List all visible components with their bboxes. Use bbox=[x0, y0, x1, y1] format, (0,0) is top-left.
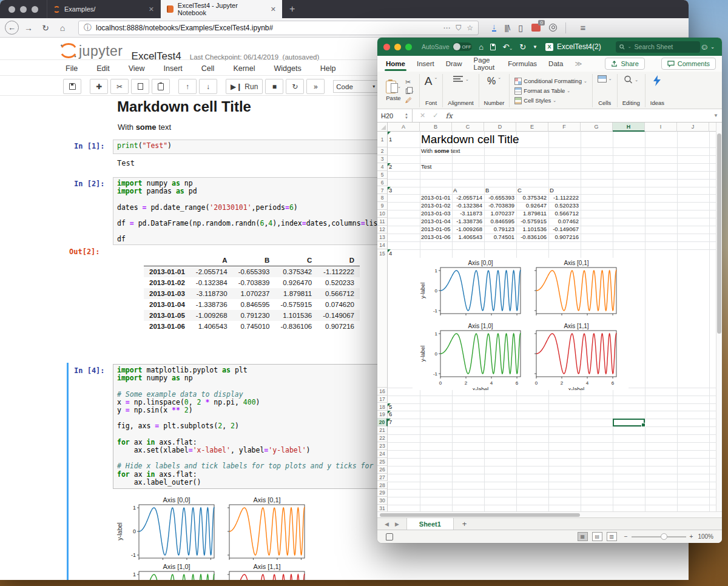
row-header-18[interactable]: 18 bbox=[377, 403, 388, 411]
sheet-tab-sheet1[interactable]: Sheet1 bbox=[406, 518, 454, 530]
cell-F7[interactable]: D bbox=[548, 187, 554, 195]
insert-function-icon[interactable]: fx bbox=[445, 112, 452, 120]
ribbon-tab-insert[interactable]: Insert bbox=[417, 60, 434, 67]
cell-F10[interactable]: 0.566712 bbox=[548, 210, 579, 218]
horizontal-scrollbar[interactable] bbox=[377, 511, 722, 517]
next-sheet-arrow[interactable]: ▶ bbox=[395, 521, 399, 527]
cell-E7[interactable]: C bbox=[516, 187, 522, 195]
run-button[interactable]: ▶❙ Run bbox=[226, 79, 263, 94]
row-header-13[interactable]: 13 bbox=[377, 234, 388, 241]
feedback-smiley-icon[interactable]: ☺⌄ bbox=[700, 42, 715, 52]
minimize-window-button[interactable] bbox=[20, 6, 27, 13]
cell-B9[interactable]: 2013-01-02 bbox=[420, 202, 450, 210]
row-header-23[interactable]: 23 bbox=[377, 442, 388, 450]
cell-D9[interactable]: -0.703839 bbox=[484, 202, 514, 210]
interrupt-kernel-button[interactable]: ■ bbox=[265, 79, 283, 94]
cell-C11[interactable]: -1.338736 bbox=[452, 218, 482, 226]
row-header-22[interactable]: 22 bbox=[377, 434, 388, 442]
zoom-slider-knob[interactable] bbox=[661, 533, 667, 540]
row-header-15[interactable]: 15 bbox=[377, 249, 388, 388]
undo-icon[interactable]: ↶⌄ bbox=[502, 42, 513, 52]
menu-widgets[interactable]: Widgets bbox=[274, 64, 302, 73]
new-tab-button[interactable]: + bbox=[282, 0, 302, 18]
restart-run-all-button[interactable]: » bbox=[306, 79, 325, 94]
column-header-I[interactable]: I bbox=[645, 123, 677, 132]
row-header-25[interactable]: 25 bbox=[377, 458, 388, 466]
cell-type-dropdown[interactable]: Code▾ bbox=[333, 80, 378, 93]
formula-bar-expand-icon[interactable]: ▼ bbox=[713, 113, 718, 118]
cell-D11[interactable]: 0.846595 bbox=[484, 218, 514, 226]
column-header-A[interactable]: A bbox=[388, 123, 420, 132]
format-as-table-button[interactable]: Format as Table⌄ bbox=[514, 87, 570, 95]
cell-styles-button[interactable]: Cell Styles⌄ bbox=[514, 97, 556, 104]
home-button[interactable]: ⌂ bbox=[54, 23, 71, 33]
add-sheet-button[interactable]: + bbox=[454, 518, 476, 530]
menu-file[interactable]: File bbox=[66, 64, 78, 73]
site-info-icon[interactable]: ⓘ bbox=[84, 22, 92, 33]
macro-record-icon[interactable] bbox=[386, 533, 393, 541]
customize-toolbar-icon[interactable]: ▼ bbox=[533, 44, 538, 50]
close-tab-icon[interactable]: ✕ bbox=[149, 5, 154, 13]
cell-C13[interactable]: 1.406543 bbox=[452, 234, 482, 241]
row-header-24[interactable]: 24 bbox=[377, 450, 388, 458]
menu-help[interactable]: Help bbox=[320, 64, 336, 73]
column-header-C[interactable]: C bbox=[452, 123, 484, 132]
page-layout-view-button[interactable]: ▤ bbox=[592, 532, 602, 541]
row-header-1[interactable]: 1 bbox=[377, 132, 388, 147]
row-header-12[interactable]: 12 bbox=[377, 226, 388, 234]
ribbon-tab-draw[interactable]: Draw bbox=[446, 60, 462, 67]
zoom-in-button[interactable]: + bbox=[690, 533, 693, 540]
column-header-E[interactable]: E bbox=[516, 123, 548, 132]
close-window-button[interactable] bbox=[8, 6, 15, 13]
row-header-27[interactable]: 27 bbox=[377, 474, 388, 482]
cell-D7[interactable]: B bbox=[484, 187, 489, 195]
menu-view[interactable]: View bbox=[129, 64, 145, 73]
jupyter-logo[interactable]: jupyter bbox=[59, 42, 123, 59]
cell-E13[interactable]: -0.836106 bbox=[516, 234, 547, 241]
cell-D10[interactable]: 1.070237 bbox=[484, 210, 514, 218]
row-header-30[interactable]: 30 bbox=[377, 497, 388, 505]
row-header-5[interactable]: 5 bbox=[377, 171, 388, 179]
cell-B8[interactable]: 2013-01-01 bbox=[420, 194, 450, 202]
format-painter-button[interactable]: 🖉 bbox=[405, 96, 414, 104]
normal-view-button[interactable]: ▦ bbox=[578, 532, 588, 541]
zoom-slider[interactable] bbox=[632, 536, 686, 537]
cell-E12[interactable]: 1.101536 bbox=[516, 226, 547, 234]
maximize-window-button[interactable] bbox=[405, 44, 412, 50]
name-box[interactable]: H20 ▲▼ bbox=[377, 109, 413, 122]
select-all-corner[interactable] bbox=[377, 123, 388, 132]
row-header-29[interactable]: 29 bbox=[377, 489, 388, 497]
ribbon-tab-formulas[interactable]: Formulas bbox=[508, 60, 537, 67]
row-header-19[interactable]: 19 bbox=[377, 411, 388, 419]
autosave-toggle[interactable]: OFF bbox=[453, 42, 473, 51]
number-group[interactable]: %⌄ Number bbox=[479, 74, 510, 107]
alignment-group[interactable]: ⌄ Alignment bbox=[443, 74, 479, 107]
ribbon-tab-home[interactable]: Home bbox=[386, 60, 405, 67]
library-icon[interactable]: |||\ bbox=[505, 24, 510, 32]
cells-group[interactable]: ⌄ Cells bbox=[593, 74, 618, 107]
cell-B10[interactable]: 2013-01-03 bbox=[420, 210, 450, 218]
column-header-F[interactable]: F bbox=[548, 123, 581, 132]
menu-edit[interactable]: Edit bbox=[96, 64, 110, 73]
save-icon[interactable] bbox=[490, 44, 496, 50]
sidebar-icon[interactable]: ▯ bbox=[518, 23, 523, 33]
prev-sheet-arrow[interactable]: ◀ bbox=[385, 521, 389, 527]
cell-B13[interactable]: 2013-01-06 bbox=[420, 234, 450, 241]
conditional-formatting-button[interactable]: Conditional Formatting⌄ bbox=[514, 78, 587, 85]
zoom-out-button[interactable]: − bbox=[624, 533, 628, 540]
reload-button[interactable]: ↻ bbox=[37, 23, 54, 33]
close-window-button[interactable] bbox=[383, 44, 390, 50]
embedded-chart-image[interactable]: Axis [0,0]-101y-labelAxis [0,1]Axis [1,0… bbox=[413, 258, 629, 390]
pocket-icon[interactable]: ⛉ bbox=[456, 24, 461, 32]
cell-F11[interactable]: 0.07462 bbox=[548, 218, 579, 226]
row-header-4[interactable]: 4 bbox=[377, 163, 388, 171]
cell-E8[interactable]: 0.375342 bbox=[516, 194, 547, 202]
cell-C8[interactable]: -2.055714 bbox=[452, 194, 482, 202]
notebook-title[interactable]: ExcelTest4 bbox=[132, 50, 181, 62]
restart-kernel-button[interactable]: ↻ bbox=[286, 79, 304, 94]
row-header-6[interactable]: 6 bbox=[377, 179, 388, 187]
close-tab-icon[interactable]: ✕ bbox=[271, 5, 276, 13]
menu-insert[interactable]: Insert bbox=[164, 64, 183, 73]
column-header-B[interactable]: B bbox=[420, 123, 452, 132]
paste-button[interactable]: ⌄ Paste bbox=[386, 81, 401, 101]
